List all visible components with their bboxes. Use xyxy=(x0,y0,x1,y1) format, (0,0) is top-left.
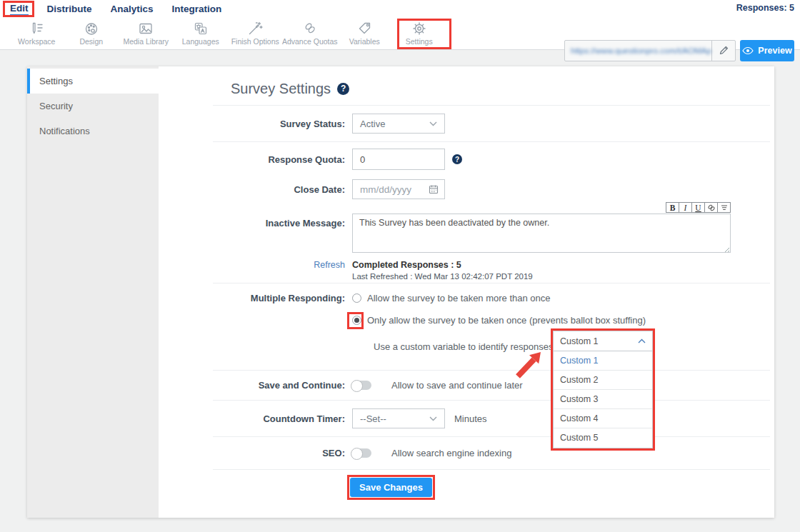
underline-button[interactable]: U xyxy=(691,202,705,213)
survey-status-value: Active xyxy=(360,119,385,129)
radio-multiple-times[interactable] xyxy=(352,293,361,303)
toolbar-item-label: Settings xyxy=(406,37,433,46)
link-button[interactable] xyxy=(704,202,718,213)
custom-variable-options: Custom 1 Custom 2 Custom 3 Custom 4 Cust… xyxy=(553,351,653,448)
countdown-timer-row: Countdown Timer: --Set-- Minutes xyxy=(213,401,770,437)
inactive-message-label: Inactive Message: xyxy=(213,202,345,256)
toolbar-item-advance-quotas[interactable]: Advance Quotas xyxy=(283,18,338,46)
chevron-up-icon xyxy=(638,338,646,343)
custom-variable-selected: Custom 1 xyxy=(560,336,599,346)
help-icon[interactable]: ? xyxy=(337,83,349,95)
seo-toggle[interactable] xyxy=(352,448,371,458)
save-changes-button[interactable]: Save Changes xyxy=(350,478,432,497)
custom-variable-dropdown: Custom 1 Custom 1 Custom 2 Custom 3 Cust… xyxy=(551,328,655,451)
save-continue-text: Allow to save and continue later xyxy=(391,380,523,391)
calendar-icon xyxy=(429,184,439,194)
eye-icon xyxy=(742,46,754,55)
countdown-suffix: Minutes xyxy=(454,413,487,424)
dropdown-option-custom2[interactable]: Custom 2 xyxy=(554,371,652,390)
link-icon xyxy=(707,204,716,211)
toolbar-item-finish-options[interactable]: Finish Options xyxy=(228,18,283,46)
custom-variable-select[interactable]: Custom 1 xyxy=(553,331,653,351)
annotation-arrow xyxy=(508,343,551,383)
preview-label: Preview xyxy=(758,46,791,56)
bold-button[interactable]: B xyxy=(666,202,679,213)
settings-sidebar: Settings Security Notifications xyxy=(27,66,159,518)
countdown-timer-value: --Set-- xyxy=(360,413,386,424)
workspace-icon xyxy=(29,21,44,36)
radio-multiple-times-label: Allow the survey to be taken more than o… xyxy=(367,293,551,303)
toolbar-item-workspace[interactable]: Workspace xyxy=(9,18,64,46)
save-continue-row: Save and Continue: Allow to save and con… xyxy=(213,371,770,401)
nav-item-analytics[interactable]: Analytics xyxy=(111,4,154,14)
format-button[interactable] xyxy=(717,202,731,213)
survey-url-text: https://www.questionpro.com/t/AOMAp xyxy=(565,46,711,55)
nav-item-distribute[interactable]: Distribute xyxy=(47,4,92,14)
toolbar-item-variables[interactable]: Variables xyxy=(337,18,392,46)
nav-item-integration[interactable]: Integration xyxy=(172,4,222,14)
toolbar-item-label: Finish Options xyxy=(231,37,279,46)
dropdown-option-custom5[interactable]: Custom 5 xyxy=(554,428,652,448)
annotation-box-save: Save Changes xyxy=(347,475,435,500)
toolbar-item-label: Design xyxy=(79,37,103,46)
toolbar-item-settings[interactable]: Settings xyxy=(392,18,447,46)
languages-icon xyxy=(193,21,209,36)
toolbar-item-label: Variables xyxy=(349,37,380,46)
variables-icon xyxy=(356,21,372,36)
toolbar-item-label: Media Library xyxy=(123,37,169,46)
toolbar-item-languages[interactable]: Languages xyxy=(174,18,229,46)
save-changes-row: Save Changes xyxy=(213,470,770,500)
italic-button[interactable]: I xyxy=(679,202,692,213)
close-date-input[interactable]: mm/dd/yyyy xyxy=(352,179,445,199)
page-title: Survey Settings xyxy=(231,81,331,97)
response-quota-input[interactable] xyxy=(352,149,445,170)
toolbar-item-design[interactable]: Design xyxy=(64,18,119,46)
quota-help-icon[interactable]: ? xyxy=(452,154,462,164)
quota-group-rows: Response Quota: ? Close Date: mm/dd/yyyy… xyxy=(213,142,770,283)
multiple-responding-label: Multiple Responding: xyxy=(213,283,345,370)
radio-once-only[interactable] xyxy=(352,316,361,325)
dropdown-option-custom1[interactable]: Custom 1 xyxy=(554,351,652,371)
sidebar-item-notifications[interactable]: Notifications xyxy=(27,119,159,144)
save-continue-toggle[interactable] xyxy=(352,381,371,390)
settings-panel: Settings Security Notifications Survey S… xyxy=(27,66,774,518)
advance-quotas-icon xyxy=(302,21,318,36)
chevron-down-icon xyxy=(429,121,437,126)
top-nav-bar: Edit Distribute Analytics Integration Re… xyxy=(0,0,800,18)
finish-options-icon xyxy=(247,21,263,36)
format-icon xyxy=(720,204,729,211)
inactive-message-textarea[interactable]: This Survey has been deactivated by the … xyxy=(352,214,731,253)
seo-label: SEO: xyxy=(213,448,345,458)
toolbar-item-label: Workspace xyxy=(18,37,55,46)
close-date-label: Close Date: xyxy=(213,184,345,195)
seo-row: SEO: Allow search engine indexing xyxy=(213,437,770,470)
chevron-down-icon xyxy=(429,416,437,421)
multiple-responding-row: Multiple Responding: Allow the survey to… xyxy=(213,283,770,371)
survey-url-field[interactable]: https://www.questionpro.com/t/AOMAp xyxy=(564,40,736,61)
save-continue-label: Save and Continue: xyxy=(213,380,345,391)
media-library-icon xyxy=(138,21,154,36)
last-refreshed: Last Refreshed : Wed Mar 13 02:42:07 PDT… xyxy=(352,272,533,281)
preview-button[interactable]: Preview xyxy=(740,40,794,61)
settings-content: Survey Settings ? Survey Status: Active … xyxy=(213,66,770,518)
countdown-timer-label: Countdown Timer: xyxy=(213,413,345,424)
responses-count: Responses: 5 xyxy=(736,3,794,13)
radio-once-only-label: Only allow the survey to be taken once (… xyxy=(367,315,646,326)
sidebar-item-security[interactable]: Security xyxy=(27,94,159,119)
dropdown-option-custom3[interactable]: Custom 3 xyxy=(554,390,652,409)
response-quota-label: Response Quota: xyxy=(213,154,345,165)
refresh-link[interactable]: Refresh xyxy=(213,260,345,281)
toolbar-item-media-library[interactable]: Media Library xyxy=(119,18,174,46)
nav-item-edit[interactable]: Edit xyxy=(10,3,29,16)
top-nav: Edit Distribute Analytics Integration xyxy=(0,0,800,18)
survey-status-select[interactable]: Active xyxy=(352,114,445,134)
edit-url-button[interactable] xyxy=(711,41,735,61)
countdown-timer-select[interactable]: --Set-- xyxy=(352,408,445,428)
sidebar-item-settings[interactable]: Settings xyxy=(27,69,159,94)
completed-responses: Completed Responses : 5 xyxy=(352,260,533,270)
toolbar-item-label: Advance Quotas xyxy=(282,37,338,46)
dropdown-option-custom4[interactable]: Custom 4 xyxy=(554,409,652,428)
settings-gear-icon xyxy=(411,21,427,36)
pencil-icon xyxy=(719,46,729,56)
text-editor-toolbar: B I U xyxy=(352,202,731,213)
